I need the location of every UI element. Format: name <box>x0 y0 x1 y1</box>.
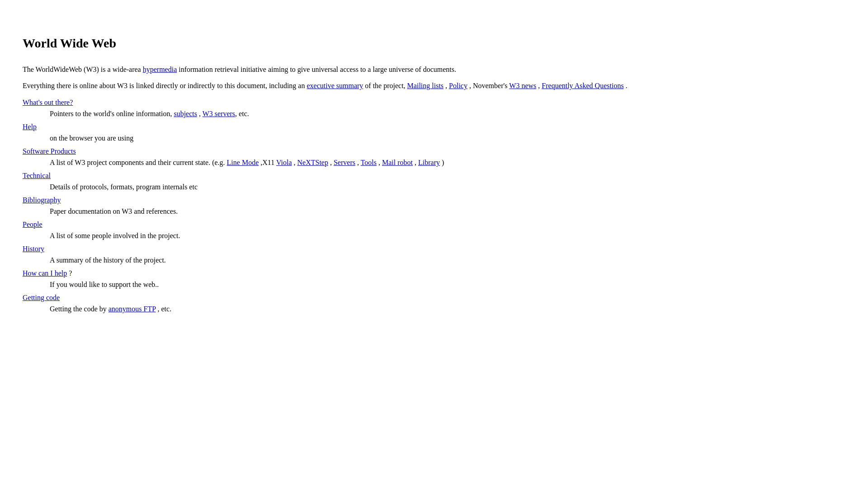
library-link[interactable]: Library <box>418 159 440 166</box>
whats-out-there-link[interactable]: What's out there? <box>23 99 73 106</box>
policy-link[interactable]: Policy <box>449 82 467 89</box>
history-link[interactable]: History <box>23 245 44 253</box>
viola-link[interactable]: Viola <box>276 159 292 166</box>
nextstep-link[interactable]: NeXTStep <box>297 159 328 166</box>
anonymous-ftp-link[interactable]: anonymous FTP <box>108 305 156 313</box>
section-whats-out-there: What's out there? <box>23 99 845 107</box>
section-help: Help <box>23 123 845 131</box>
help-link[interactable]: Help <box>23 123 37 131</box>
section-bibliography: Bibliography <box>23 196 845 204</box>
people-desc: A list of some people involved in the pr… <box>50 230 845 241</box>
getting-code-link[interactable]: Getting code <box>23 294 60 301</box>
getting-code-desc: Getting the code by anonymous FTP , etc. <box>50 304 845 314</box>
how-can-i-help-desc: If you would like to support the web.. <box>50 279 845 290</box>
history-desc: A summary of the history of the project. <box>50 255 845 266</box>
intro-paragraph-1: The WorldWideWeb (W3) is a wide-area hyp… <box>23 64 845 75</box>
section-history: History <box>23 245 845 253</box>
how-can-i-help-link[interactable]: How can I help <box>23 269 67 277</box>
software-products-link[interactable]: Software Products <box>23 147 76 155</box>
mailing-lists-link[interactable]: Mailing lists <box>407 82 443 89</box>
bibliography-desc: Paper documentation on W3 and references… <box>50 206 845 217</box>
w3-news-link[interactable]: W3 news <box>509 82 536 89</box>
section-technical: Technical <box>23 172 845 180</box>
bibliography-link[interactable]: Bibliography <box>23 196 61 204</box>
intro-paragraph-2: Everything there is online about W3 is l… <box>23 80 845 91</box>
software-products-desc: A list of W3 project components and thei… <box>50 157 845 168</box>
executive-summary-link[interactable]: executive summary <box>307 82 363 89</box>
help-desc: on the browser you are using <box>50 133 845 144</box>
servers-link[interactable]: Servers <box>334 159 355 166</box>
section-list: What's out there? Pointers to the world'… <box>23 99 845 314</box>
whats-out-there-desc: Pointers to the world's online informati… <box>50 108 845 119</box>
subjects-link[interactable]: subjects <box>174 110 197 117</box>
tools-link[interactable]: Tools <box>361 159 377 166</box>
page-title: World Wide Web <box>23 36 845 51</box>
mail-robot-link[interactable]: Mail robot <box>382 159 413 166</box>
section-how-can-i-help: How can I help ? <box>23 269 845 277</box>
technical-link[interactable]: Technical <box>23 172 51 179</box>
section-getting-code: Getting code <box>23 294 845 302</box>
hypermedia-link[interactable]: hypermedia <box>143 66 177 73</box>
faq-link[interactable]: Frequently Asked Questions <box>542 82 623 89</box>
w3-servers-link[interactable]: W3 servers <box>203 110 235 117</box>
section-people: People <box>23 221 845 229</box>
people-link[interactable]: People <box>23 221 42 228</box>
line-mode-link[interactable]: Line Mode <box>227 159 259 166</box>
section-software-products: Software Products <box>23 147 845 155</box>
technical-desc: Details of protocols, formats, program i… <box>50 182 845 192</box>
